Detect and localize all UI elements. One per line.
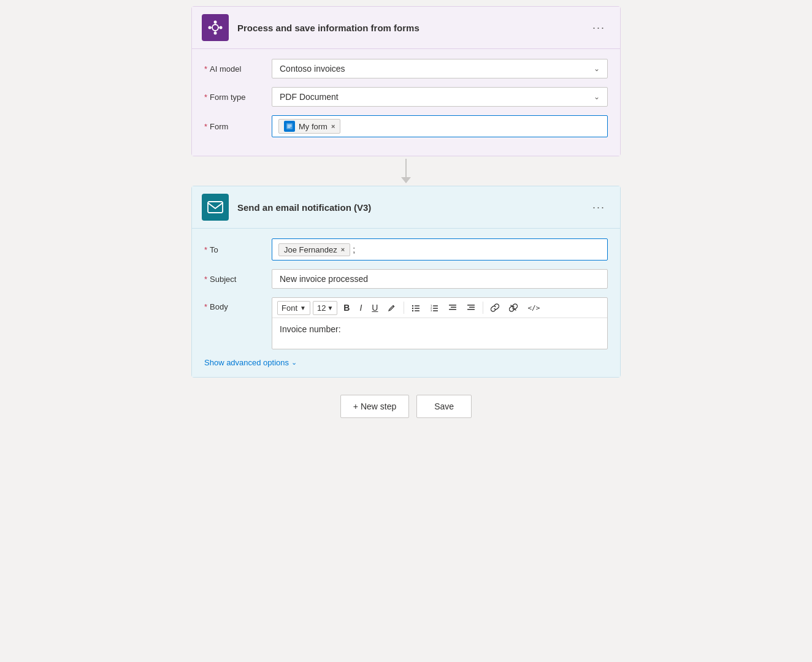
indent-decrease-button[interactable] (445, 301, 461, 314)
new-step-button[interactable]: + New step (340, 395, 409, 418)
form-tag-value: My form (299, 122, 327, 131)
form-tag-close-icon[interactable]: × (331, 123, 335, 130)
email-card-body: *To Joe Fernandez × ; *Subject (192, 229, 620, 377)
svg-rect-26 (467, 305, 475, 306)
svg-rect-23 (449, 305, 456, 306)
subject-field: *Subject (204, 269, 608, 289)
font-chevron-icon: ▼ (300, 305, 306, 311)
svg-rect-18 (433, 305, 438, 306)
to-recipient-value: Joe Fernandez (284, 245, 337, 254)
svg-rect-28 (467, 309, 475, 310)
font-size-select[interactable]: 12 ▼ (313, 301, 337, 315)
svg-rect-22 (433, 310, 438, 311)
form-type-select[interactable]: PDF Document ⌄ (272, 87, 608, 107)
body-field: *Body Font ▼ 12 ▼ (204, 297, 608, 349)
ai-model-field: *AI model Contoso invoices ⌄ (204, 59, 608, 78)
canvas: Process and save information from forms … (0, 0, 812, 662)
form-control: My form × (272, 115, 608, 137)
to-tag-close-icon[interactable]: × (341, 246, 345, 253)
process-card: Process and save information from forms … (191, 6, 621, 156)
form-tag-input[interactable]: My form × (272, 115, 608, 137)
email-card-menu[interactable]: ··· (588, 199, 610, 216)
rte-toolbar: Font ▼ 12 ▼ B I (272, 298, 607, 318)
form-field: *Form My form × (204, 115, 608, 137)
connector-arrow-icon (401, 177, 411, 183)
body-text: Invoice number: (280, 324, 341, 334)
italic-button[interactable]: I (356, 300, 366, 315)
svg-text:3.: 3. (431, 309, 432, 312)
highlight-button[interactable] (384, 301, 400, 314)
form-type-value: PDF Document (280, 92, 339, 102)
to-field: *To Joe Fernandez × ; (204, 238, 608, 261)
rte-content[interactable]: Invoice number: (272, 318, 607, 349)
ai-model-label: *AI model (204, 64, 272, 74)
process-card-body: *AI model Contoso invoices ⌄ *Form type … (192, 49, 620, 156)
form-type-label: *Form type (204, 93, 272, 102)
ai-model-control: Contoso invoices ⌄ (272, 59, 608, 78)
form-type-field: *Form type PDF Document ⌄ (204, 87, 608, 107)
to-semicolon: ; (353, 245, 355, 254)
rich-text-editor: Font ▼ 12 ▼ B I (272, 297, 608, 349)
email-icon (202, 194, 229, 221)
svg-point-11 (412, 305, 413, 306)
svg-rect-12 (415, 305, 419, 306)
subject-control (272, 269, 608, 289)
ai-model-select[interactable]: Contoso invoices ⌄ (272, 59, 608, 78)
process-icon (202, 14, 229, 41)
email-card: Send an email notification (V3) ··· *To … (191, 186, 621, 378)
process-card-header: Process and save information from forms … (192, 7, 620, 49)
bottom-actions: + New step Save (340, 395, 472, 418)
show-advanced-chevron-icon: ⌄ (291, 359, 297, 367)
svg-point-13 (412, 308, 413, 309)
svg-rect-25 (449, 309, 456, 310)
svg-rect-27 (469, 307, 475, 308)
show-advanced-options[interactable]: Show advanced options ⌄ (204, 358, 608, 367)
to-control: Joe Fernandez × ; (272, 238, 608, 261)
bold-button[interactable]: B (340, 300, 353, 315)
svg-point-15 (412, 310, 413, 311)
svg-point-4 (220, 26, 223, 29)
connector (401, 156, 411, 186)
svg-rect-24 (451, 307, 456, 308)
svg-point-2 (214, 32, 217, 35)
link-button[interactable] (487, 301, 503, 314)
html-button[interactable]: </> (524, 302, 543, 314)
ordered-list-button[interactable]: 1. 2. 3. (426, 301, 442, 314)
svg-point-0 (212, 25, 218, 31)
font-select-label: Font (282, 303, 297, 313)
body-label: *Body (204, 297, 272, 311)
process-card-menu[interactable]: ··· (588, 19, 610, 37)
font-select[interactable]: Font ▼ (277, 301, 310, 315)
rte-separator-2 (483, 302, 483, 314)
form-label: *Form (204, 122, 272, 131)
to-tag-input[interactable]: Joe Fernandez × ; (272, 238, 608, 261)
svg-rect-14 (415, 308, 419, 309)
show-advanced-label: Show advanced options (204, 358, 289, 367)
svg-rect-20 (433, 308, 438, 309)
ai-model-value: Contoso invoices (280, 64, 345, 74)
form-tag: My form × (278, 119, 340, 134)
email-card-title: Send an email notification (V3) (237, 202, 588, 213)
unlink-button[interactable] (505, 301, 521, 314)
process-card-title: Process and save information from forms (237, 23, 588, 33)
to-label: *To (204, 245, 272, 254)
save-button[interactable]: Save (416, 395, 472, 418)
ai-model-chevron-icon: ⌄ (594, 64, 600, 73)
unordered-list-button[interactable] (408, 301, 424, 314)
svg-point-1 (214, 21, 217, 24)
subject-input[interactable] (272, 269, 608, 289)
svg-point-3 (209, 26, 212, 29)
svg-rect-16 (415, 310, 419, 311)
form-tag-icon (284, 121, 295, 132)
svg-rect-10 (208, 202, 223, 213)
font-size-value: 12 (317, 303, 326, 313)
rte-separator-1 (404, 302, 404, 314)
form-type-chevron-icon: ⌄ (594, 93, 600, 101)
form-type-control: PDF Document ⌄ (272, 87, 608, 107)
ai-model-required: * (204, 64, 207, 74)
subject-label: *Subject (204, 275, 272, 284)
email-card-header: Send an email notification (V3) ··· (192, 186, 620, 229)
indent-increase-button[interactable] (463, 301, 479, 314)
underline-button[interactable]: U (368, 300, 381, 315)
connector-line (405, 159, 407, 177)
